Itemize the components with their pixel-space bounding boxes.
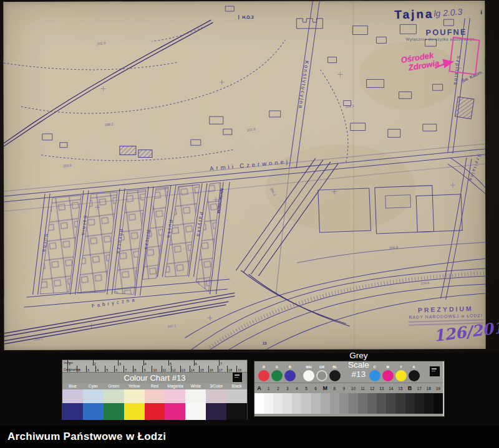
inch-tick: 1: [67, 360, 93, 366]
gradient-step: [424, 393, 434, 414]
cm-tick: 4: [95, 366, 105, 372]
solid-swatch: [145, 403, 165, 420]
footer-bar: Archiwum Państwowe w Łodzi: [0, 425, 499, 448]
cm-tick: 2: [77, 366, 87, 372]
dot-group: WHGRBL: [303, 370, 341, 383]
scale-index: 11: [358, 386, 367, 391]
ruler: Inches Centimetres 1234567 1234567891011…: [62, 360, 247, 373]
solid-swatch: [124, 403, 145, 420]
solid-swatch: [226, 403, 247, 420]
inch-tick: 5: [168, 360, 194, 366]
cm-tick: 18: [227, 366, 237, 372]
solid-swatch-row: [62, 403, 247, 420]
pale-swatch: [206, 389, 226, 403]
gradient-step: [367, 393, 377, 414]
handwritten-code: lg 2.0.3: [434, 7, 463, 19]
scale-index: 18: [424, 386, 434, 391]
dot-label: WH: [303, 365, 314, 369]
dot-label: G: [271, 365, 283, 369]
cm-tick: 1: [67, 366, 77, 372]
cm-number: 9: [143, 368, 145, 372]
gradient-step: [358, 393, 367, 414]
dot-label: C: [369, 365, 380, 369]
gradient-step: [311, 393, 321, 414]
cm-number: 19: [238, 368, 241, 372]
map-sheet: Armii Czerwonej Konstytucyjna Szpitalna …: [3, 1, 485, 350]
scale-index: 10: [349, 386, 358, 391]
scale-index: M: [321, 385, 330, 391]
cm-tick: 17: [218, 366, 228, 372]
gradient-step: [264, 393, 273, 414]
contour-label: 206.8: [389, 245, 398, 250]
cm-number: 16: [210, 368, 213, 372]
calibration-dot: K: [409, 370, 420, 381]
solid-swatch: [104, 403, 124, 420]
gradient-step: [254, 393, 264, 414]
dot-label: M: [382, 365, 394, 369]
pale-swatch: [124, 389, 145, 403]
pale-swatch: [145, 389, 165, 403]
colour-label: White: [185, 383, 206, 389]
gradient-step: [330, 393, 339, 414]
dot-label: R: [258, 365, 269, 369]
grey-scale-card: RGBWHGRBL Grey Scale #13 CMYK A123456M89…: [254, 361, 444, 416]
cm-tick: 12: [171, 366, 181, 372]
colour-label: Magenta: [165, 383, 185, 389]
cm-number: 5: [106, 368, 108, 372]
cm-tick: 13: [180, 366, 190, 372]
colour-label: Yellow: [124, 383, 145, 389]
dots-right-group: CMYK: [369, 370, 427, 383]
calibration-dot: GR: [316, 370, 327, 381]
calibration-dot: R: [258, 370, 269, 381]
scale-index: 19: [434, 386, 443, 391]
scale-index: 4: [292, 386, 301, 391]
cm-number: 1: [69, 368, 70, 372]
grey-gradient-strip: [254, 393, 443, 414]
cm-number: 11: [163, 368, 167, 372]
dot-group: CMYK: [369, 370, 420, 383]
calibration-dot: WH: [303, 370, 314, 381]
pale-swatch: [226, 389, 247, 403]
prezydium-line2: RADY NARODOWEJ w ŁODZI: [405, 313, 487, 320]
scale-index: 9: [339, 386, 349, 391]
colour-label: Red: [145, 383, 165, 389]
colour-labels-row: BlueCyanGreenYellowRedMagentaWhite3/Colo…: [62, 383, 247, 389]
colour-chart-title: Colour Chart #13: [62, 373, 247, 383]
gradient-step: [339, 393, 349, 414]
pale-swatch: [185, 389, 206, 403]
scale-index: 12: [367, 386, 377, 391]
scale-index: 13: [377, 386, 386, 391]
cm-tick: 10: [152, 366, 162, 372]
pale-swatch: [104, 389, 124, 403]
cm-tick: 5: [105, 366, 115, 372]
cm-tick: 7: [124, 366, 133, 372]
cm-number: 12: [172, 368, 176, 372]
cm-number: 17: [219, 368, 223, 372]
dot-label: K: [409, 365, 420, 369]
scale-index: A: [254, 385, 264, 391]
archival-scan-page: Armii Czerwonej Konstytucyjna Szpitalna …: [0, 0, 499, 448]
dot-group: RGB: [258, 370, 296, 383]
grey-scale-index-row: A123456M89101112131415B171819: [254, 383, 443, 393]
ruler-inch-ticks: 1234567: [62, 360, 247, 366]
gradient-step: [386, 393, 395, 414]
scale-index: 5: [301, 386, 311, 391]
cm-number: 2: [78, 368, 80, 372]
cm-tick: 6: [114, 366, 124, 372]
solid-swatch: [62, 403, 83, 420]
cm-number: 7: [125, 368, 127, 372]
cm-tick: 19: [236, 366, 246, 372]
secrecy-stamp-tajna: Tajna: [394, 8, 434, 21]
colour-label: 3/Color: [206, 383, 226, 389]
dots-left-group: RGBWHGRBL: [258, 370, 348, 383]
scale-index: 17: [415, 386, 424, 391]
cm-tick: 14: [190, 366, 200, 372]
cm-number: 10: [153, 368, 157, 372]
calibration-dot: BL: [329, 370, 341, 381]
calibration-dot: B: [284, 370, 296, 381]
colour-label: Blue: [62, 383, 83, 389]
colour-chart-card: Inches Centimetres 1234567 1234567891011…: [62, 360, 247, 419]
cm-tick: 8: [133, 366, 143, 372]
gradient-step: [292, 393, 301, 414]
scale-index: B: [405, 385, 415, 391]
